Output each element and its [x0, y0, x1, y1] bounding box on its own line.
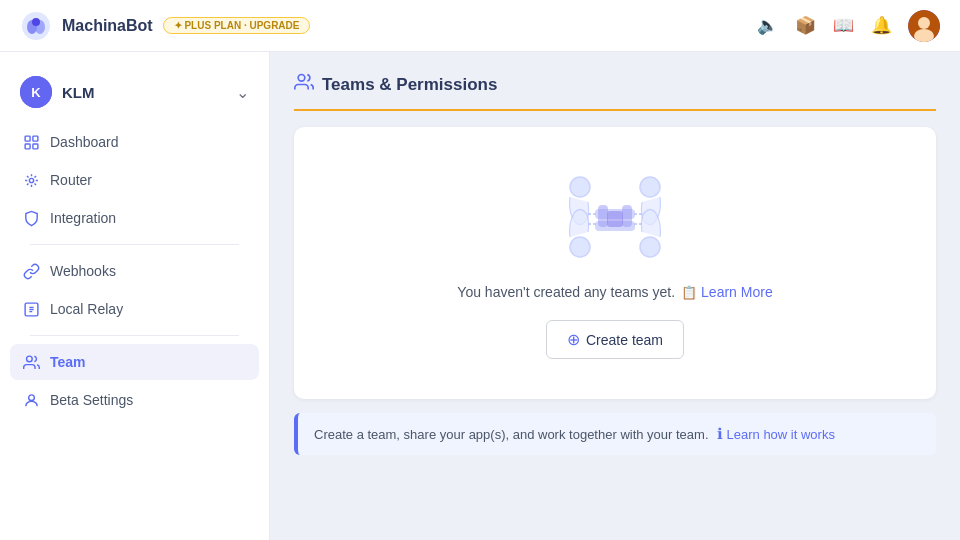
svg-rect-24	[598, 205, 608, 227]
learn-more-link[interactable]: 📋 Learn More	[681, 284, 773, 300]
workspace-icon: K	[20, 76, 52, 108]
svg-rect-10	[32, 136, 37, 141]
empty-text: You haven't created any teams yet. 📋 Lea…	[457, 284, 772, 300]
svg-point-17	[298, 75, 305, 82]
sidebar-item-beta-settings[interactable]: Beta Settings	[10, 382, 259, 418]
sidebar-item-dashboard[interactable]: Dashboard	[10, 124, 259, 160]
webhooks-icon	[22, 262, 40, 280]
sidebar-item-router[interactable]: Router	[10, 162, 259, 198]
team-illustration	[550, 167, 680, 262]
main-layout: K KLM ⌄ Dashboard	[0, 52, 960, 540]
svg-text:K: K	[31, 85, 41, 100]
local-relay-icon	[22, 300, 40, 318]
book-icon[interactable]: 📖	[832, 15, 854, 37]
learn-more-label: Learn More	[701, 284, 773, 300]
sidebar-label-webhooks: Webhooks	[50, 263, 116, 279]
main-content: Teams & Permissions	[270, 52, 960, 540]
workspace-name: KLM	[62, 84, 95, 101]
sidebar-divider-2	[30, 335, 239, 336]
learn-more-icon: 📋	[681, 285, 697, 300]
upgrade-badge[interactable]: ✦ PLUS PLAN · UPGRADE	[163, 17, 311, 34]
svg-point-15	[26, 356, 32, 362]
sidebar-item-webhooks[interactable]: Webhooks	[10, 253, 259, 289]
svg-rect-26	[607, 211, 623, 227]
sidebar-divider-1	[30, 244, 239, 245]
chevron-down-icon: ⌄	[236, 83, 249, 102]
beta-settings-icon	[22, 391, 40, 409]
bell-icon[interactable]: 🔔	[870, 15, 892, 37]
svg-point-13	[29, 178, 33, 182]
router-icon	[22, 171, 40, 189]
svg-point-16	[28, 394, 34, 400]
sidebar-label-integration: Integration	[50, 210, 116, 226]
svg-point-5	[918, 17, 930, 29]
page-header: Teams & Permissions	[294, 72, 936, 111]
info-banner: Create a team, share your app(s), and wo…	[294, 413, 936, 455]
svg-point-18	[570, 177, 590, 197]
svg-rect-11	[25, 143, 30, 148]
workspace-selector[interactable]: K KLM ⌄	[0, 68, 269, 124]
topnav: MachinaBot ✦ PLUS PLAN · UPGRADE 🔈 📦 📖 🔔	[0, 0, 960, 52]
sidebar-item-team[interactable]: Team	[10, 344, 259, 380]
svg-point-21	[640, 237, 660, 257]
sidebar-label-team: Team	[50, 354, 86, 370]
app-name: MachinaBot	[62, 17, 153, 35]
svg-point-20	[570, 237, 590, 257]
sidebar: K KLM ⌄ Dashboard	[0, 52, 270, 540]
learn-how-link[interactable]: ℹ Learn how it works	[717, 425, 835, 443]
svg-point-19	[640, 177, 660, 197]
learn-how-label: Learn how it works	[727, 427, 835, 442]
teams-card: You haven't created any teams yet. 📋 Lea…	[294, 127, 936, 399]
sidebar-nav: Dashboard Router	[0, 124, 269, 524]
speaker-icon[interactable]: 🔈	[756, 15, 778, 37]
sidebar-label-beta-settings: Beta Settings	[50, 392, 133, 408]
info-circle-icon: ℹ	[717, 425, 723, 443]
sidebar-label-dashboard: Dashboard	[50, 134, 119, 150]
dashboard-icon	[22, 133, 40, 151]
create-team-plus-icon: ⊕	[567, 330, 580, 349]
info-banner-text: Create a team, share your app(s), and wo…	[314, 427, 709, 442]
page-title: Teams & Permissions	[322, 75, 497, 95]
page-header-icon	[294, 72, 314, 97]
avatar[interactable]	[908, 10, 940, 42]
sidebar-label-router: Router	[50, 172, 92, 188]
topnav-right: 🔈 📦 📖 🔔	[756, 10, 940, 42]
workspace-left: K KLM	[20, 76, 95, 108]
cube-icon[interactable]: 📦	[794, 15, 816, 37]
sidebar-item-local-relay[interactable]: Local Relay	[10, 291, 259, 327]
integration-icon	[22, 209, 40, 227]
svg-rect-9	[25, 136, 30, 141]
team-icon	[22, 353, 40, 371]
svg-rect-12	[32, 143, 37, 148]
create-team-label: Create team	[586, 332, 663, 348]
logo-icon	[20, 10, 52, 42]
sidebar-item-integration[interactable]: Integration	[10, 200, 259, 236]
sidebar-label-local-relay: Local Relay	[50, 301, 123, 317]
empty-text-label: You haven't created any teams yet.	[457, 284, 675, 300]
create-team-button[interactable]: ⊕ Create team	[546, 320, 684, 359]
svg-point-3	[32, 18, 40, 26]
svg-rect-25	[622, 205, 632, 227]
topnav-left: MachinaBot ✦ PLUS PLAN · UPGRADE	[20, 10, 310, 42]
